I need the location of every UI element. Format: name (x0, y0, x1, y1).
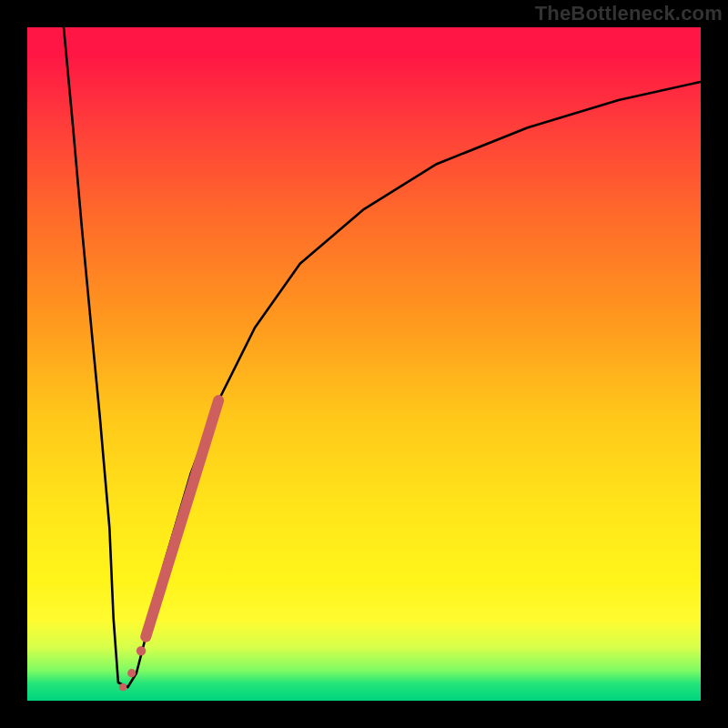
chart-frame: TheBottleneck.com (0, 0, 728, 728)
highlight-stroke (146, 400, 218, 637)
annotations-layer (119, 400, 218, 691)
chart-svg (27, 27, 701, 701)
highlight-dot-1 (136, 646, 146, 655)
highlight-dot-2 (127, 669, 136, 677)
plot-area (27, 27, 701, 701)
watermark-text: TheBottleneck.com (535, 2, 723, 25)
highlight-dot-3 (119, 683, 126, 691)
